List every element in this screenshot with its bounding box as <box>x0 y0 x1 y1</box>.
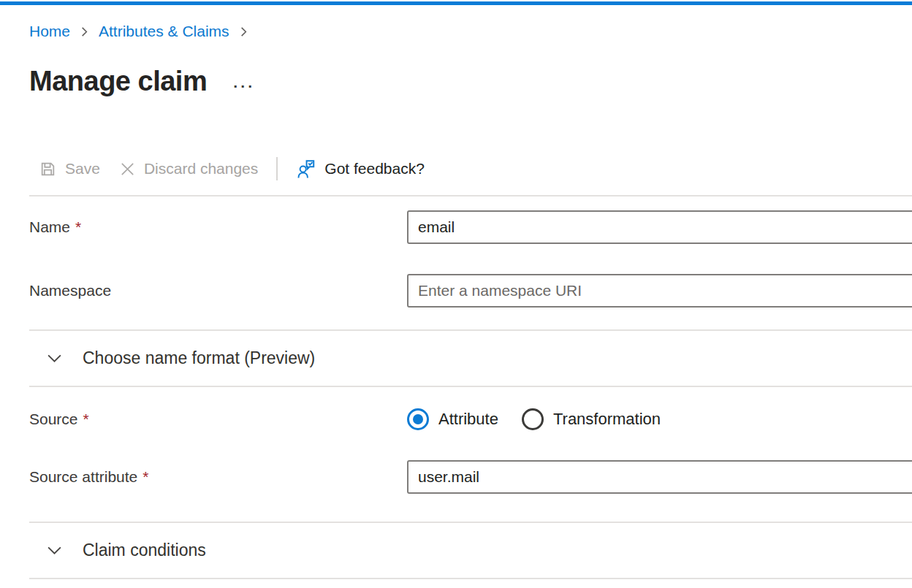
title-row: Manage claim ··· <box>29 64 912 99</box>
section-claim-conditions[interactable]: Claim conditions <box>29 523 912 578</box>
radio-selected-icon <box>407 408 429 430</box>
chevron-down-icon <box>46 542 63 559</box>
namespace-field-row: Namespace <box>29 274 912 308</box>
source-radio-group: Attribute Transformation <box>407 408 661 430</box>
name-label: Name * <box>29 218 407 236</box>
feedback-person-icon <box>296 159 316 179</box>
feedback-label: Got feedback? <box>324 160 425 177</box>
save-icon <box>39 160 57 178</box>
radio-attribute[interactable]: Attribute <box>407 408 498 430</box>
discard-label: Discard changes <box>144 160 258 177</box>
toolbar-divider <box>276 157 278 180</box>
name-input[interactable] <box>407 210 912 244</box>
command-bar: Save Discard changes <box>29 155 912 183</box>
name-field-row: Name * <box>29 210 912 244</box>
radio-attribute-label: Attribute <box>438 410 498 429</box>
source-attribute-field-row: Source attribute * <box>29 460 912 494</box>
divider <box>29 386 912 387</box>
section-label: Choose name format (Preview) <box>83 348 315 369</box>
divider <box>29 195 912 196</box>
required-asterisk: * <box>83 411 89 428</box>
top-accent-bar <box>0 1 912 5</box>
source-attribute-label: Source attribute * <box>29 468 407 486</box>
more-options-button[interactable]: ··· <box>233 79 255 93</box>
namespace-input[interactable] <box>407 274 912 308</box>
save-button[interactable]: Save <box>29 155 110 183</box>
chevron-down-icon <box>46 350 63 367</box>
save-label: Save <box>65 160 100 177</box>
chevron-right-icon <box>238 26 250 38</box>
page-title: Manage claim <box>29 64 207 99</box>
namespace-label: Namespace <box>29 282 407 299</box>
required-asterisk: * <box>142 468 148 486</box>
source-field-row: Source * Attribute Transformation <box>29 408 912 430</box>
radio-unselected-icon <box>522 408 544 430</box>
section-label: Claim conditions <box>83 540 206 561</box>
source-attribute-input[interactable] <box>407 460 912 494</box>
chevron-right-icon <box>78 26 91 38</box>
divider <box>29 578 912 579</box>
breadcrumb-link-attributes-claims[interactable]: Attributes & Claims <box>99 21 229 42</box>
dismiss-icon <box>119 161 136 177</box>
breadcrumb-link-home[interactable]: Home <box>29 21 70 42</box>
source-label-text: Source <box>29 411 78 428</box>
section-choose-name-format[interactable]: Choose name format (Preview) <box>29 331 912 386</box>
breadcrumb: Home Attributes & Claims <box>29 21 912 42</box>
manage-claim-page: Home Attributes & Claims Manage claim ··… <box>0 0 912 588</box>
discard-changes-button[interactable]: Discard changes <box>110 155 267 183</box>
required-asterisk: * <box>75 218 81 236</box>
got-feedback-button[interactable]: Got feedback? <box>286 155 434 183</box>
source-label: Source * <box>29 411 407 428</box>
radio-transformation[interactable]: Transformation <box>522 408 661 430</box>
source-attribute-label-text: Source attribute <box>29 468 137 486</box>
radio-transformation-label: Transformation <box>553 410 661 429</box>
name-label-text: Name <box>29 218 70 236</box>
namespace-label-text: Namespace <box>29 282 111 299</box>
